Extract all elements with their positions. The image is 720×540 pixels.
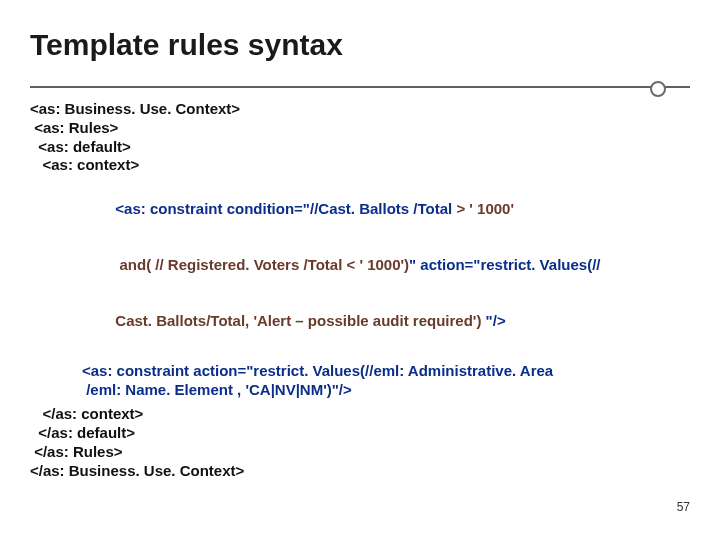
code-line: <as: Rules>: [30, 119, 690, 138]
code-line: <as: context>: [30, 156, 690, 175]
code-line: <as: default>: [30, 138, 690, 157]
page-number: 57: [677, 500, 690, 514]
title-underline-dot: [650, 81, 666, 97]
code-line: Cast. Ballots/Total, 'Alert – possible a…: [82, 294, 690, 350]
code-line: <as: constraint action="restrict. Values…: [82, 362, 690, 381]
code-line: </as: Business. Use. Context>: [30, 462, 690, 481]
slide-title: Template rules syntax: [30, 28, 343, 62]
code-span-blue: <as: constraint condition="//Cast. Ballo…: [115, 200, 456, 217]
title-underline: [30, 86, 690, 88]
code-line: and( // Registered. Voters /Total < ' 10…: [82, 237, 690, 293]
code-line: <as: constraint condition="//Cast. Ballo…: [82, 181, 690, 237]
code-line: <as: Business. Use. Context>: [30, 100, 690, 119]
code-span-brown: Cast. Ballots/Total, 'Alert – possible a…: [115, 312, 485, 329]
code-line: </as: Rules>: [30, 443, 690, 462]
code-line: /eml: Name. Element , 'CA|NV|NM')"/>: [82, 381, 690, 400]
code-span-blue: " action="restrict. Values(//: [409, 256, 605, 273]
constraint-block-1: <as: constraint condition="//Cast. Ballo…: [30, 181, 690, 350]
constraint-block-2: <as: constraint action="restrict. Values…: [30, 362, 690, 400]
code-span-brown: and( // Registered. Voters /Total < ' 10…: [115, 256, 409, 273]
slide: Template rules syntax <as: Business. Use…: [0, 0, 720, 540]
code-span-brown: > ' 1000': [456, 200, 514, 217]
code-block: <as: Business. Use. Context> <as: Rules>…: [30, 100, 690, 480]
closing-tags: </as: context> </as: default> </as: Rule…: [30, 405, 690, 480]
code-line: </as: default>: [30, 424, 690, 443]
spacer: [30, 350, 690, 362]
code-line: </as: context>: [30, 405, 690, 424]
code-span-blue: "/>: [486, 312, 506, 329]
